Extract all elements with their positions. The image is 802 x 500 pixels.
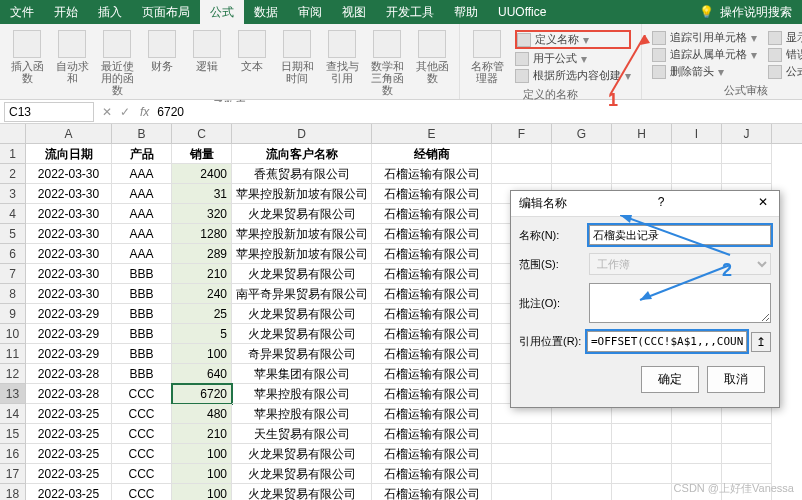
cell[interactable]: 25 <box>172 304 232 324</box>
cell[interactable]: 石榴运输有限公司 <box>372 464 492 484</box>
cell[interactable]: BBB <box>112 324 172 344</box>
header-cell[interactable]: 经销商 <box>372 144 492 164</box>
cell[interactable]: 石榴运输有限公司 <box>372 304 492 324</box>
col-header[interactable]: A <box>26 124 112 143</box>
cell[interactable] <box>492 164 552 184</box>
cell[interactable]: 苹果控股新加坡有限公司 <box>232 224 372 244</box>
tab-UUOffice[interactable]: UUOffice <box>488 0 556 24</box>
cell[interactable]: 1280 <box>172 224 232 244</box>
row-header[interactable]: 1 <box>0 144 26 164</box>
cell[interactable]: 石榴运输有限公司 <box>372 204 492 224</box>
cell[interactable]: 苹果控股新加坡有限公司 <box>232 244 372 264</box>
cell[interactable]: 2022-03-29 <box>26 304 112 324</box>
cell[interactable]: 苹果控股有限公司 <box>232 384 372 404</box>
row-header[interactable]: 4 <box>0 204 26 224</box>
dialog-help-icon[interactable]: ? <box>658 195 665 212</box>
tab-帮助[interactable]: 帮助 <box>444 0 488 24</box>
ribbon-btn[interactable]: 查找与引用 <box>321 28 363 84</box>
header-cell[interactable]: 产品 <box>112 144 172 164</box>
ribbon-small-btn[interactable]: 错误检查 ▾ <box>768 47 802 62</box>
tab-页面布局[interactable]: 页面布局 <box>132 0 200 24</box>
cell[interactable]: 火龙果贸易有限公司 <box>232 204 372 224</box>
row-header[interactable]: 3 <box>0 184 26 204</box>
cell[interactable]: 210 <box>172 424 232 444</box>
cell[interactable]: 2022-03-30 <box>26 284 112 304</box>
comment-input[interactable] <box>589 283 771 323</box>
row-header[interactable]: 16 <box>0 444 26 464</box>
ribbon-btn[interactable]: 插入函数 <box>6 28 48 84</box>
cell[interactable]: 石榴运输有限公司 <box>372 444 492 464</box>
cell[interactable]: 石榴运输有限公司 <box>372 244 492 264</box>
ribbon-btn[interactable]: 财务 <box>141 28 183 72</box>
ribbon-small-btn[interactable]: 用于公式 ▾ <box>515 51 631 66</box>
row-header[interactable]: 8 <box>0 284 26 304</box>
cell[interactable] <box>552 424 612 444</box>
cell[interactable] <box>492 464 552 484</box>
cell[interactable] <box>492 484 552 500</box>
row-header[interactable]: 2 <box>0 164 26 184</box>
cell[interactable]: 100 <box>172 344 232 364</box>
cell[interactable]: 火龙果贸易有限公司 <box>232 304 372 324</box>
ribbon-btn[interactable]: 逻辑 <box>186 28 228 72</box>
collapse-icon[interactable]: ↥ <box>751 332 771 352</box>
row-header[interactable]: 6 <box>0 244 26 264</box>
cell[interactable] <box>552 464 612 484</box>
row-header[interactable]: 14 <box>0 404 26 424</box>
col-header[interactable]: G <box>552 124 612 143</box>
cell[interactable]: 石榴运输有限公司 <box>372 324 492 344</box>
cell[interactable]: 火龙果贸易有限公司 <box>232 444 372 464</box>
cell[interactable]: 2022-03-29 <box>26 344 112 364</box>
cell[interactable]: 石榴运输有限公司 <box>372 384 492 404</box>
cell[interactable] <box>552 164 612 184</box>
ribbon-small-btn[interactable]: 显示公式 ▾ <box>768 30 802 45</box>
cell[interactable]: 2022-03-28 <box>26 384 112 404</box>
cell[interactable]: 苹果控股有限公司 <box>232 404 372 424</box>
select-all-corner[interactable] <box>0 124 26 143</box>
confirm-icon[interactable]: ✓ <box>120 105 130 119</box>
cell[interactable]: 480 <box>172 404 232 424</box>
cell[interactable]: 石榴运输有限公司 <box>372 424 492 444</box>
cell[interactable]: 210 <box>172 264 232 284</box>
tell-me[interactable]: 💡操作说明搜索 <box>689 4 802 21</box>
name-manager-button[interactable]: 名称管理器 <box>466 28 508 84</box>
ribbon-btn[interactable]: 文本 <box>231 28 273 72</box>
cell[interactable] <box>552 444 612 464</box>
row-header[interactable]: 11 <box>0 344 26 364</box>
ribbon-small-btn[interactable]: 删除箭头 ▾ <box>652 64 757 79</box>
cancel-button[interactable]: 取消 <box>707 366 765 393</box>
cell[interactable]: BBB <box>112 284 172 304</box>
cell[interactable]: 2022-03-25 <box>26 424 112 444</box>
cell[interactable]: 2022-03-25 <box>26 484 112 500</box>
cell[interactable]: 2022-03-29 <box>26 324 112 344</box>
ribbon-small-btn[interactable]: 公式求值 ▾ <box>768 64 802 79</box>
ribbon-btn[interactable]: 日期和时间 <box>276 28 318 84</box>
tab-开发工具[interactable]: 开发工具 <box>376 0 444 24</box>
cell[interactable]: 2022-03-30 <box>26 264 112 284</box>
cell[interactable]: 石榴运输有限公司 <box>372 484 492 500</box>
cell[interactable]: CCC <box>112 444 172 464</box>
ribbon-btn[interactable]: 数学和三角函数 <box>366 28 408 96</box>
cell[interactable]: 火龙果贸易有限公司 <box>232 464 372 484</box>
tab-插入[interactable]: 插入 <box>88 0 132 24</box>
cell[interactable]: 石榴运输有限公司 <box>372 404 492 424</box>
cell[interactable]: 2022-03-25 <box>26 464 112 484</box>
cell[interactable] <box>722 424 772 444</box>
cell[interactable] <box>492 424 552 444</box>
cell[interactable]: 奇异果贸易有限公司 <box>232 344 372 364</box>
cell[interactable]: 火龙果贸易有限公司 <box>232 484 372 500</box>
cell[interactable] <box>672 164 722 184</box>
tab-公式[interactable]: 公式 <box>200 0 244 24</box>
cell[interactable]: 天生贸易有限公司 <box>232 424 372 444</box>
cell[interactable]: 2022-03-30 <box>26 204 112 224</box>
cell[interactable] <box>672 444 722 464</box>
cell[interactable]: 2022-03-25 <box>26 444 112 464</box>
cell[interactable]: CCC <box>112 404 172 424</box>
row-header[interactable]: 13 <box>0 384 26 404</box>
cell[interactable]: CCC <box>112 464 172 484</box>
cell[interactable]: 香蕉贸易有限公司 <box>232 164 372 184</box>
row-header[interactable]: 7 <box>0 264 26 284</box>
cell[interactable]: CCC <box>112 424 172 444</box>
cell[interactable] <box>612 484 672 500</box>
tab-文件[interactable]: 文件 <box>0 0 44 24</box>
tab-审阅[interactable]: 审阅 <box>288 0 332 24</box>
